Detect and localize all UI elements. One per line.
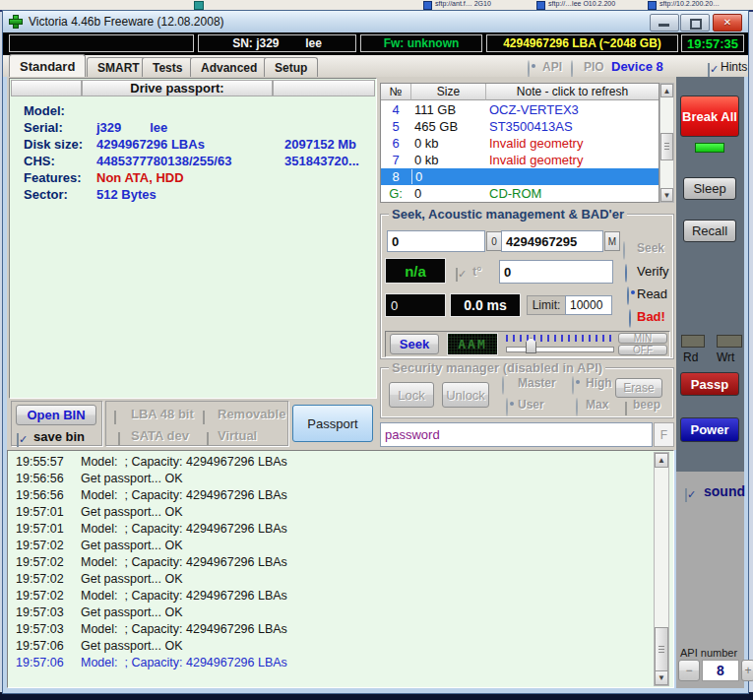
scroll-up-icon[interactable]: ▲: [660, 84, 673, 97]
tab-standard[interactable]: Standard: [9, 54, 86, 77]
seek-acoustic-group: Seek, Acoustic management & BAD'er 0 0 4…: [380, 214, 674, 359]
table-row[interactable]: 60 kbInvalid geometry: [381, 135, 659, 152]
lba-to-button[interactable]: M: [604, 231, 620, 251]
open-bin-button[interactable]: Open BIN: [16, 405, 96, 425]
password-f-button[interactable]: F: [654, 422, 674, 447]
screen: { "colors": { "selected_row": "#2e8ae6",…: [0, 0, 753, 700]
read-led: [681, 335, 705, 348]
save-bin-checkbox[interactable]: [17, 433, 19, 447]
maximize-button[interactable]: [680, 14, 710, 32]
close-button[interactable]: ✕: [713, 14, 742, 32]
lba-to-input[interactable]: 4294967295: [501, 230, 603, 252]
status-led: [695, 143, 724, 153]
lock-button[interactable]: Lock: [389, 382, 434, 408]
victoria-window: Victoria 4.46b Freeware (12.08.2008) ✕ S…: [2, 10, 749, 694]
disksize-label: Disk size:: [24, 137, 83, 152]
power-button[interactable]: Power: [680, 417, 739, 442]
sector-label: Sector:: [24, 187, 68, 202]
background-tab: sftp://10.2.200.20…: [659, 0, 720, 8]
aam-slider-ticks: [506, 335, 612, 342]
api-number-value[interactable]: 8: [702, 660, 739, 681]
log-message: Get passport... OK: [81, 605, 183, 619]
col-header-note[interactable]: Note - click to refresh: [486, 84, 659, 100]
log-scrollbar[interactable]: ▲ ▼: [654, 452, 669, 686]
scrollbar-thumb[interactable]: [660, 133, 673, 160]
erase-button[interactable]: Erase: [615, 378, 662, 398]
aam-off-button[interactable]: OFF: [618, 345, 667, 355]
serial-label: Serial:: [24, 120, 63, 135]
minimize-button[interactable]: [650, 14, 679, 32]
scroll-down-icon[interactable]: ▼: [655, 670, 668, 685]
max-radio[interactable]: [576, 398, 578, 416]
passport-header-cell[interactable]: [273, 80, 375, 96]
table-row-selected[interactable]: 80: [381, 168, 659, 185]
sleep-button[interactable]: Sleep: [683, 177, 736, 200]
scrollbar-thumb[interactable]: [655, 627, 668, 672]
limit-label: Limit:: [527, 295, 566, 315]
api-number-increment[interactable]: +: [741, 660, 753, 681]
log-panel[interactable]: 19:55:57 Model: ; Capacity: 4294967296 L…: [7, 450, 674, 688]
removable-checkbox[interactable]: [203, 411, 205, 424]
user-radio[interactable]: [506, 398, 508, 416]
virtual-checkbox[interactable]: [207, 432, 209, 446]
table-row[interactable]: 70 kbInvalid geometry: [381, 152, 659, 168]
sector-value: 512 Bytes: [96, 187, 157, 202]
log-entry: 19:56:56 Get passport... OK: [8, 472, 648, 488]
lba-from-button[interactable]: 0: [486, 231, 502, 251]
table-row[interactable]: G:0CD-ROM: [381, 185, 659, 202]
position-input[interactable]: 0: [499, 260, 613, 284]
passport-button[interactable]: Passport: [292, 405, 373, 442]
api-number-label: API number: [680, 647, 737, 659]
limit-input[interactable]: 10000: [565, 295, 612, 315]
tab-advanced[interactable]: Advanced: [190, 57, 268, 77]
log-time: 19:57:02: [16, 555, 64, 569]
seek-mode-radio[interactable]: [623, 241, 625, 260]
write-led: [717, 335, 742, 348]
master-radio[interactable]: [502, 376, 504, 395]
drive-list-scrollbar[interactable]: ▲ ▼: [659, 83, 674, 203]
aam-slider-track[interactable]: [506, 347, 614, 352]
passport-header-title[interactable]: Drive passport:: [82, 80, 273, 96]
scroll-down-icon[interactable]: ▼: [660, 188, 673, 202]
log-message: Get passport... OK: [81, 572, 183, 586]
log-message: Get passport... OK: [81, 639, 183, 653]
col-header-no[interactable]: №: [381, 84, 411, 100]
log-entry: 19:55:57 Model: ; Capacity: 4294967296 L…: [8, 455, 648, 472]
sound-checkbox[interactable]: [685, 488, 687, 502]
table-row[interactable]: 5465 GBST3500413AS: [381, 118, 659, 135]
log-message: Get passport... OK: [81, 505, 183, 519]
api-number-decrement[interactable]: −: [678, 660, 700, 681]
high-radio[interactable]: [572, 376, 574, 395]
scroll-up-icon[interactable]: ▲: [655, 453, 668, 468]
password-input[interactable]: password: [380, 422, 653, 447]
security-group-title: Security manager (disabled in API): [389, 360, 605, 375]
tab-smart[interactable]: SMART: [87, 57, 151, 77]
chs-value: 4485377780138/255/63: [96, 154, 231, 168]
lba-from-input[interactable]: 0: [387, 230, 485, 252]
break-all-button[interactable]: Break All: [680, 95, 739, 137]
passp-button[interactable]: Passp: [680, 372, 739, 396]
table-row[interactable]: 4111 GBOCZ-VERTEX3: [381, 101, 659, 118]
seek-button[interactable]: Seek: [390, 334, 439, 354]
temperature-checkbox[interactable]: [456, 268, 458, 282]
recall-button[interactable]: Recall: [683, 220, 736, 242]
col-header-size[interactable]: Size: [411, 84, 486, 100]
hints-checkbox[interactable]: [708, 63, 710, 77]
aam-display: AAM: [447, 333, 498, 355]
tab-tests[interactable]: Tests: [142, 57, 193, 77]
aam-min-button[interactable]: MIN: [618, 333, 667, 344]
titlebar[interactable]: Victoria 4.46b Freeware (12.08.2008) ✕: [3, 11, 748, 33]
tab-setup[interactable]: Setup: [264, 57, 318, 77]
unlock-button[interactable]: Unlock: [442, 382, 489, 408]
read-mode-radio[interactable]: [627, 286, 629, 305]
verify-mode-radio[interactable]: [625, 264, 627, 283]
sata-checkbox[interactable]: [118, 432, 120, 446]
beep-checkbox[interactable]: [625, 402, 627, 415]
bad-mode-radio[interactable]: [629, 309, 631, 328]
log-time: 19:56:56: [16, 488, 64, 502]
chs-extra: 351843720...: [284, 154, 359, 168]
lba48-checkbox[interactable]: [114, 411, 116, 424]
passport-header-cell[interactable]: [11, 80, 82, 96]
max-label: Max: [586, 398, 608, 412]
window-title: Victoria 4.46b Freeware (12.08.2008): [29, 15, 224, 29]
